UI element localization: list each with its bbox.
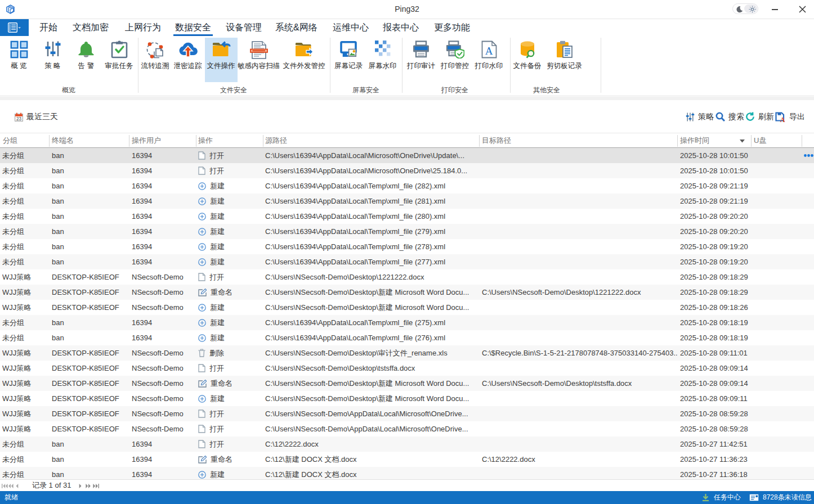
svg-text:23: 23: [16, 116, 22, 121]
svg-text:A: A: [485, 45, 493, 57]
svg-text:A: A: [780, 115, 785, 122]
